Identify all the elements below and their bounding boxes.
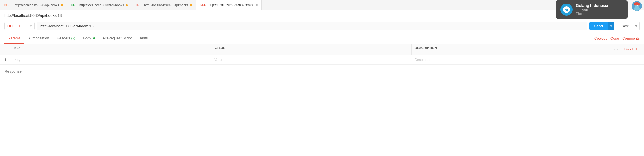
tab-url-post: http://localhost:8080/api/books — [15, 3, 59, 7]
avatar-area — [630, 0, 644, 12]
method-select[interactable]: DELETE ▾ — [4, 22, 35, 30]
send-button[interactable]: Send — [589, 22, 608, 30]
notification-subtitle: ismiyati — [576, 8, 608, 12]
code-link[interactable]: Code — [610, 36, 619, 41]
tab-url-get: http://localhost:8080/api/books — [79, 3, 124, 7]
tab-del1[interactable]: DEL http://localhost:8080/api/books — [131, 0, 196, 10]
url-input[interactable] — [37, 22, 587, 30]
url-title: http://localhost:8080/api/books/13 — [4, 13, 62, 18]
tab-url-del1: http://localhost:8080/api/books — [144, 3, 188, 7]
tab-del2[interactable]: DEL http://localhost:8080/api/books × — [196, 0, 262, 10]
params-placeholder-row: Key Value Description — [0, 55, 644, 65]
body-dot — [93, 37, 95, 39]
tab-dot-post — [61, 4, 63, 6]
notification-title: Golang Indonesia — [576, 3, 608, 8]
notification-text: Golang Indonesia ismiyati Photo — [576, 3, 608, 16]
right-actions: Cookies Code Comments — [594, 36, 640, 41]
headers-badge: (2) — [71, 36, 75, 40]
notification-popup: Golang Indonesia ismiyati Photo — [556, 0, 628, 19]
avatar[interactable] — [632, 1, 642, 11]
response-section: Response — [0, 65, 644, 78]
params-key-cell[interactable]: Key — [11, 55, 211, 64]
header-key: KEY — [11, 44, 211, 55]
tab-tests-label: Tests — [139, 36, 148, 40]
tab-body-label: Body — [83, 36, 91, 40]
method-badge-get: GET — [70, 3, 78, 7]
telegram-icon — [560, 4, 573, 16]
header-value: VALUE — [211, 44, 411, 55]
tab-url-del2: http://localhost:8080/api/books — [209, 3, 253, 7]
send-group: Send ▾ — [589, 22, 615, 30]
tab-tests[interactable]: Tests — [135, 33, 151, 44]
save-group: Save ▾ — [617, 22, 640, 30]
request-bar: DELETE ▾ Send ▾ Save ▾ — [0, 19, 644, 33]
more-options-icon[interactable]: ··· — [614, 47, 619, 52]
tab-pre-request-label: Pre-request Script — [103, 36, 132, 40]
svg-point-7 — [636, 5, 636, 6]
tab-dot-del1 — [190, 4, 192, 6]
bulk-edit-button[interactable]: Bulk Edit — [621, 45, 642, 53]
row-checkbox-input[interactable] — [2, 58, 6, 61]
cookies-link[interactable]: Cookies — [594, 36, 607, 41]
tab-params[interactable]: Params — [4, 33, 24, 44]
save-dropdown-button[interactable]: ▾ — [633, 22, 640, 30]
tab-dot-get — [126, 4, 128, 6]
svg-rect-4 — [634, 4, 640, 5]
notification-type: Photo — [576, 12, 608, 16]
row-checkbox[interactable] — [0, 55, 11, 64]
method-badge-post: POST — [3, 3, 13, 7]
method-badge-del2: DEL — [199, 3, 207, 7]
method-badge-del1: DEL — [135, 3, 142, 7]
svg-point-2 — [634, 7, 640, 11]
header-description: DESCRIPTION — [411, 44, 612, 55]
tab-post[interactable]: POST http://localhost:8080/api/books — [0, 0, 66, 10]
save-button[interactable]: Save — [617, 22, 633, 30]
tab-bar: POST http://localhost:8080/api/books GET… — [0, 0, 644, 10]
send-dropdown-button[interactable]: ▾ — [608, 22, 614, 30]
svg-point-8 — [638, 5, 639, 6]
close-icon-tab[interactable]: × — [256, 3, 258, 7]
chevron-down-icon: ▾ — [30, 25, 32, 28]
tab-get[interactable]: GET http://localhost:8080/api/books — [66, 0, 131, 10]
url-title-bar: http://localhost:8080/api/books/13 — [0, 10, 644, 19]
params-value-cell[interactable]: Value — [211, 55, 411, 64]
tab-headers-label: Headers — [57, 36, 70, 40]
tab-pre-request[interactable]: Pre-request Script — [99, 33, 135, 44]
tab-authorization-label: Authorization — [28, 36, 49, 40]
method-value: DELETE — [7, 24, 21, 28]
comments-link[interactable]: Comments — [622, 36, 640, 41]
request-tabs: Params Authorization Headers (2) Body Pr… — [0, 33, 644, 44]
params-description-cell[interactable]: Description — [411, 55, 611, 64]
tab-authorization[interactable]: Authorization — [24, 33, 53, 44]
header-checkbox-col — [0, 44, 11, 55]
tab-headers[interactable]: Headers (2) — [53, 33, 79, 44]
tab-params-label: Params — [8, 36, 21, 40]
response-label: Response — [4, 69, 22, 74]
tab-body[interactable]: Body — [79, 33, 99, 44]
